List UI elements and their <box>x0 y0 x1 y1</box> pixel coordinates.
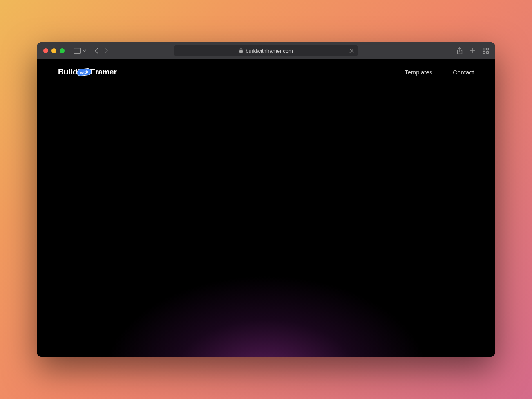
back-button[interactable] <box>94 47 98 54</box>
sidebar-icon <box>74 48 81 54</box>
minimize-window-button[interactable] <box>51 48 56 53</box>
maximize-window-button[interactable] <box>60 48 65 53</box>
svg-rect-5 <box>483 52 485 54</box>
tab-overview-button[interactable] <box>483 48 489 54</box>
nav-link-contact[interactable]: Contact <box>453 69 474 76</box>
close-icon <box>349 49 354 53</box>
navigation-arrows <box>94 47 108 54</box>
share-icon <box>457 47 463 54</box>
svg-rect-6 <box>487 52 489 54</box>
loading-progress-bar <box>174 56 197 56</box>
window-controls <box>43 48 65 53</box>
svg-rect-0 <box>74 48 81 54</box>
logo-text-framer: Framer <box>91 67 117 76</box>
background-glow <box>103 275 429 357</box>
chevron-down-icon <box>83 49 86 52</box>
logo-badge-with: with <box>76 68 92 76</box>
sidebar-toggle-button[interactable] <box>74 48 86 54</box>
site-header: Build with Framer Templates Contact <box>37 59 495 85</box>
main-navigation: Templates Contact <box>405 69 474 76</box>
plus-icon <box>470 48 476 54</box>
chevron-left-icon <box>94 47 98 54</box>
forward-button[interactable] <box>104 47 108 54</box>
share-button[interactable] <box>457 47 463 54</box>
grid-icon <box>483 48 489 54</box>
address-bar[interactable]: buildwithframer.com <box>174 45 358 56</box>
lock-icon <box>239 48 243 53</box>
url-text: buildwithframer.com <box>246 48 293 54</box>
svg-rect-4 <box>487 48 489 50</box>
new-tab-button[interactable] <box>470 48 476 54</box>
browser-window: buildwithframer.com <box>37 42 495 357</box>
logo-text-build: Build <box>58 67 78 76</box>
svg-rect-2 <box>239 50 243 53</box>
nav-link-templates[interactable]: Templates <box>405 69 432 76</box>
page-content: Build with Framer Templates Contact <box>37 59 495 357</box>
svg-rect-3 <box>483 48 485 50</box>
stop-loading-button[interactable] <box>349 49 354 53</box>
chevron-right-icon <box>104 47 108 54</box>
close-window-button[interactable] <box>43 48 48 53</box>
site-logo[interactable]: Build with Framer <box>58 67 117 76</box>
browser-right-controls <box>457 47 489 54</box>
browser-toolbar: buildwithframer.com <box>37 42 495 59</box>
